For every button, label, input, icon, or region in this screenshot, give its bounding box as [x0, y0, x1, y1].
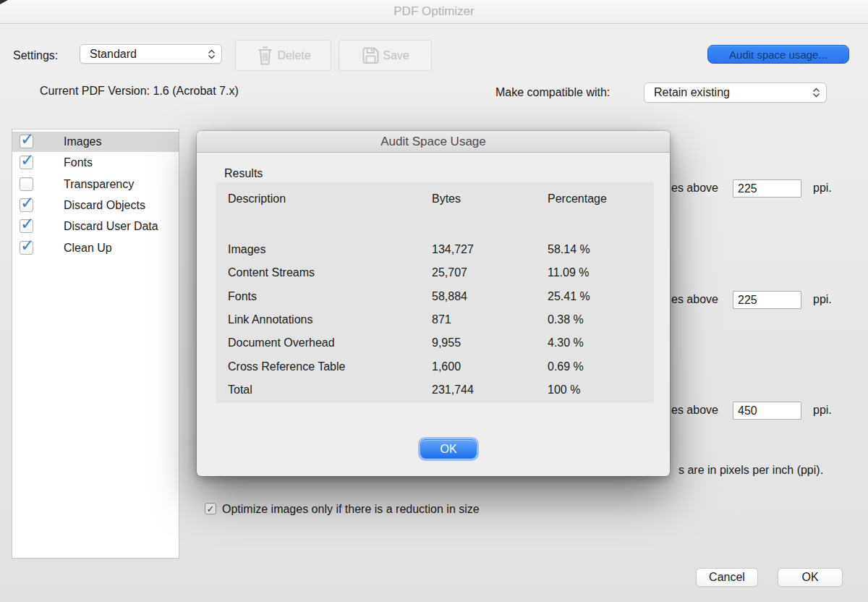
delete-button-label: Delete: [277, 49, 310, 62]
table-cell-bytes: 871: [432, 313, 451, 326]
checkmark-icon: ✓: [20, 130, 34, 149]
checkmark-icon: ✓: [207, 504, 215, 514]
table-cell-description: Document Overhead: [228, 336, 335, 349]
discard-objects-checkbox[interactable]: ✓: [20, 198, 33, 212]
ppi-unit-label: ppi.: [813, 182, 832, 195]
delete-button[interactable]: Delete: [235, 40, 331, 71]
table-cell-description: Cross Reference Table: [228, 360, 345, 373]
ppi-input[interactable]: [733, 179, 801, 198]
dialog-ok-button[interactable]: OK: [420, 439, 477, 459]
table-cell-percentage: 100 %: [548, 383, 580, 397]
results-label: Results: [224, 167, 263, 180]
downsample-text-fragment: es above: [671, 293, 718, 306]
cancel-button-label: Cancel: [709, 571, 745, 584]
sidebar-item-label: Images: [64, 132, 101, 152]
table-cell-description: Images: [228, 243, 265, 256]
table-cell-percentage: 0.69 %: [548, 360, 584, 373]
checkmark-icon: ✓: [20, 214, 34, 234]
sidebar-item-transparency[interactable]: ✓ Transparency: [12, 174, 179, 195]
checkmark-icon: ✓: [20, 150, 34, 170]
dialog-title: Audit Space Usage: [197, 131, 670, 152]
downsample-text-fragment: es above: [671, 182, 718, 195]
table-cell-percentage: 0.38 %: [548, 313, 584, 326]
column-header-description: Description: [228, 192, 286, 205]
pdf-optimizer-window: PDF Optimizer Settings: Standard Delete: [0, 0, 868, 602]
sidebar-item-discard-objects[interactable]: ✓ Discard Objects: [12, 195, 179, 216]
sidebar-item-images[interactable]: ✓ Images: [12, 132, 179, 152]
ppi-unit-label: ppi.: [813, 293, 832, 306]
audit-space-usage-label: Audit space usage...: [729, 48, 827, 61]
sidebar-item-discard-user-data[interactable]: ✓ Discard User Data: [12, 216, 179, 237]
discard-user-data-checkbox[interactable]: ✓: [20, 219, 33, 233]
ppi-input[interactable]: [733, 291, 801, 309]
table-cell-bytes: 9,955: [432, 336, 461, 349]
table-cell-bytes: 134,727: [432, 243, 474, 256]
column-header-percentage: Percentage: [548, 192, 607, 205]
table-cell-percentage: 25.41 %: [548, 290, 590, 303]
transparency-checkbox[interactable]: ✓: [20, 177, 33, 191]
ok-button[interactable]: OK: [778, 568, 843, 587]
pdf-version-text: Current PDF Version: 1.6 (Acrobat 7.x): [40, 85, 239, 98]
ok-button-label: OK: [801, 571, 818, 584]
dialog-ok-label: OK: [440, 443, 456, 456]
chevron-updown-icon: [208, 48, 216, 60]
table-cell-description: Content Streams: [228, 266, 315, 279]
audit-space-usage-button[interactable]: Audit space usage...: [707, 45, 849, 64]
sidebar-item-label: Discard User Data: [64, 216, 158, 237]
table-cell-description: Link Annotations: [228, 313, 312, 326]
settings-label: Settings:: [13, 49, 58, 62]
sidebar-item-label: Transparency: [64, 174, 134, 195]
ppi-input[interactable]: [733, 402, 801, 420]
save-button[interactable]: Save: [339, 40, 432, 71]
window-title: PDF Optimizer: [0, 0, 868, 23]
table-cell-percentage: 58.14 %: [548, 243, 590, 256]
clean-up-checkbox[interactable]: ✓: [20, 241, 33, 255]
category-list-panel: ✓ Images ✓ Fonts ✓ Transparency ✓ Discar…: [12, 129, 179, 559]
downsample-text-fragment: es above: [671, 404, 718, 417]
checkmark-icon: ✓: [20, 236, 34, 255]
settings-select[interactable]: Standard: [80, 44, 222, 64]
ppi-note-fragment: s are in pixels per inch (ppi).: [678, 464, 823, 477]
save-button-label: Save: [383, 49, 409, 62]
window-titlebar[interactable]: PDF Optimizer: [0, 0, 868, 24]
sidebar-item-fonts[interactable]: ✓ Fonts: [12, 153, 179, 173]
save-icon: [361, 46, 380, 65]
sidebar-item-clean-up[interactable]: ✓ Clean Up: [12, 238, 179, 258]
table-cell-bytes: 231,744: [432, 383, 474, 397]
optimize-images-label: Optimize images only if there is a reduc…: [222, 503, 480, 516]
sidebar-item-label: Clean Up: [64, 238, 112, 258]
optimize-images-checkbox[interactable]: ✓: [205, 503, 216, 514]
sidebar-item-label: Fonts: [64, 153, 93, 173]
dialog-titlebar[interactable]: Audit Space Usage: [197, 131, 670, 153]
trash-icon: [255, 44, 275, 67]
table-cell-bytes: 25,707: [432, 266, 467, 279]
table-cell-description: Fonts: [228, 290, 257, 303]
compatibility-select[interactable]: Retain existing: [644, 82, 827, 103]
table-cell-bytes: 58,884: [432, 290, 467, 303]
table-cell-description: Total: [228, 383, 252, 397]
compatibility-select-value: Retain existing: [654, 86, 730, 99]
results-table: Description Bytes Percentage Images 134,…: [216, 182, 654, 403]
column-header-bytes: Bytes: [432, 192, 461, 205]
chevron-updown-icon: [812, 87, 820, 98]
fonts-checkbox[interactable]: ✓: [20, 156, 33, 169]
make-compatible-label: Make compatible with:: [495, 86, 610, 99]
checkmark-icon: ✓: [20, 193, 34, 213]
table-cell-percentage: 4.30 %: [548, 336, 584, 349]
sidebar-item-label: Discard Objects: [64, 195, 145, 216]
table-cell-bytes: 1,600: [432, 360, 461, 373]
settings-select-value: Standard: [90, 48, 137, 61]
audit-space-usage-dialog: Audit Space Usage Results Description By…: [197, 131, 670, 476]
table-cell-percentage: 11.09 %: [548, 266, 590, 279]
cancel-button[interactable]: Cancel: [696, 568, 758, 587]
ppi-unit-label: ppi.: [813, 404, 832, 417]
images-checkbox[interactable]: ✓: [20, 135, 33, 148]
